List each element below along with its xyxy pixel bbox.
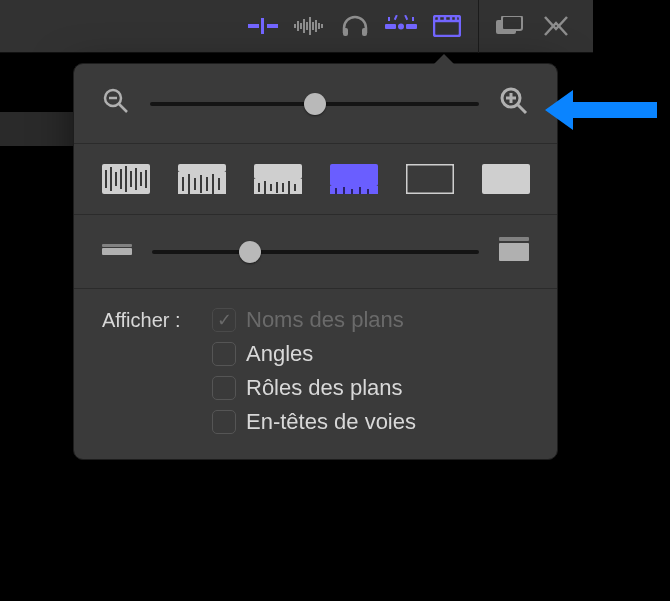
svg-rect-10 bbox=[315, 20, 317, 32]
svg-rect-20 bbox=[394, 15, 398, 20]
option-label: Rôles des plans bbox=[246, 375, 403, 401]
clip-height-slider[interactable] bbox=[152, 250, 479, 254]
option-clip-names: ✓ Noms des plans bbox=[212, 307, 529, 333]
svg-rect-9 bbox=[312, 22, 314, 30]
svg-rect-0 bbox=[248, 24, 259, 28]
svg-rect-73 bbox=[482, 164, 530, 194]
svg-line-34 bbox=[518, 105, 526, 113]
timeline-index-icon[interactable] bbox=[493, 9, 527, 43]
clip-appearance-icon[interactable] bbox=[430, 9, 464, 43]
skimming-icon[interactable] bbox=[246, 9, 280, 43]
svg-rect-72 bbox=[406, 164, 454, 194]
clip-mode-filmstrip-waveform[interactable] bbox=[330, 164, 378, 194]
clip-mode-waveform-small[interactable] bbox=[254, 164, 302, 194]
svg-rect-14 bbox=[362, 28, 367, 36]
clip-height-row bbox=[74, 215, 557, 289]
zoom-slider-thumb[interactable] bbox=[304, 93, 326, 115]
effects-browser-icon[interactable] bbox=[539, 9, 573, 43]
annotation-arrow bbox=[545, 80, 665, 140]
option-label: Noms des plans bbox=[246, 307, 404, 333]
svg-rect-19 bbox=[412, 17, 414, 21]
svg-rect-11 bbox=[318, 23, 320, 29]
checkbox-lane-headers[interactable] bbox=[212, 410, 236, 434]
svg-rect-6 bbox=[303, 19, 305, 33]
svg-rect-15 bbox=[385, 24, 396, 29]
clip-mode-solid[interactable] bbox=[482, 164, 530, 194]
checkbox-angles[interactable] bbox=[212, 342, 236, 366]
clip-display-modes bbox=[74, 144, 557, 215]
checkbox-clip-roles[interactable] bbox=[212, 376, 236, 400]
show-options-section: Afficher : ✓ Noms des plans Angles Rôles… bbox=[74, 289, 557, 459]
svg-rect-16 bbox=[406, 24, 417, 29]
clip-height-slider-thumb[interactable] bbox=[239, 241, 261, 263]
svg-rect-2 bbox=[261, 18, 264, 34]
svg-rect-75 bbox=[102, 244, 132, 247]
check-icon: ✓ bbox=[217, 309, 232, 331]
svg-point-17 bbox=[398, 24, 404, 30]
svg-rect-12 bbox=[321, 24, 323, 28]
checkbox-clip-names: ✓ bbox=[212, 308, 236, 332]
clip-height-large-icon bbox=[499, 237, 529, 266]
svg-rect-8 bbox=[309, 17, 311, 35]
svg-rect-7 bbox=[306, 22, 308, 30]
snapping-icon[interactable] bbox=[384, 9, 418, 43]
clip-mode-filmstrip-only[interactable] bbox=[406, 164, 454, 194]
zoom-in-icon[interactable] bbox=[499, 86, 529, 121]
zoom-slider-row bbox=[74, 64, 557, 144]
svg-rect-74 bbox=[102, 248, 132, 255]
svg-rect-76 bbox=[499, 243, 529, 261]
clip-appearance-popover: Afficher : ✓ Noms des plans Angles Rôles… bbox=[73, 63, 558, 460]
headphones-icon[interactable] bbox=[338, 9, 372, 43]
audio-waveform-icon[interactable] bbox=[292, 9, 326, 43]
svg-rect-4 bbox=[297, 21, 299, 31]
svg-rect-65 bbox=[330, 164, 378, 186]
show-label: Afficher : bbox=[102, 307, 212, 435]
svg-rect-3 bbox=[294, 24, 296, 28]
option-label: Angles bbox=[246, 341, 313, 367]
svg-rect-47 bbox=[178, 164, 226, 172]
option-label: En-têtes de voies bbox=[246, 409, 416, 435]
svg-marker-78 bbox=[545, 90, 657, 130]
svg-rect-56 bbox=[254, 164, 302, 179]
option-lane-headers[interactable]: En-têtes de voies bbox=[212, 409, 529, 435]
option-angles[interactable]: Angles bbox=[212, 341, 529, 367]
clip-mode-waveform-large[interactable] bbox=[178, 164, 226, 194]
svg-rect-5 bbox=[300, 23, 302, 29]
option-clip-roles[interactable]: Rôles des plans bbox=[212, 375, 529, 401]
svg-line-31 bbox=[119, 104, 127, 112]
svg-rect-21 bbox=[404, 15, 408, 20]
svg-rect-29 bbox=[502, 16, 522, 30]
zoom-slider[interactable] bbox=[150, 102, 479, 106]
timeline-toolbar bbox=[0, 0, 593, 53]
timeline-track-stub bbox=[0, 112, 73, 146]
svg-rect-1 bbox=[267, 24, 278, 28]
zoom-out-icon[interactable] bbox=[102, 87, 130, 120]
svg-rect-13 bbox=[343, 28, 348, 36]
toolbar-separator bbox=[478, 0, 479, 53]
svg-rect-77 bbox=[499, 237, 529, 241]
clip-height-small-icon bbox=[102, 240, 132, 263]
clip-mode-waveform-only[interactable] bbox=[102, 164, 150, 194]
svg-rect-66 bbox=[330, 186, 378, 194]
svg-rect-18 bbox=[388, 17, 390, 21]
